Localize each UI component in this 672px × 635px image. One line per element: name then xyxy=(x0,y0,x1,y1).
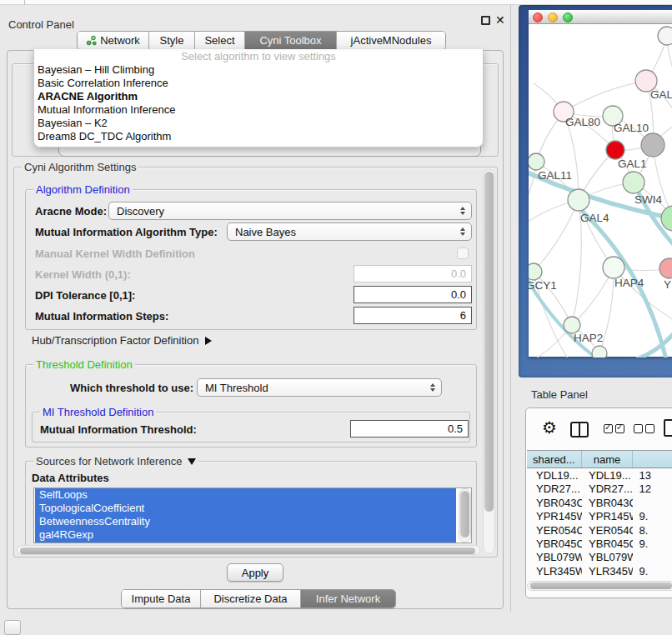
network-node-rednode[interactable] xyxy=(606,141,624,159)
bottom-tab-discretize-data[interactable]: Discretize Data xyxy=(201,590,301,608)
table-cell[interactable]: YDL19... xyxy=(527,469,582,482)
table-cell[interactable]: 9. xyxy=(633,510,672,523)
table-cell[interactable]: YDR27... xyxy=(582,482,633,496)
table-cell[interactable]: 13 xyxy=(633,469,672,482)
attr-list-scrollbar[interactable] xyxy=(459,488,471,542)
split-columns-icon[interactable] xyxy=(570,422,589,438)
network-node-gcy1[interactable] xyxy=(529,263,542,280)
table-row[interactable]: YBR045CYBR045C9. xyxy=(527,538,672,551)
network-node-gal4[interactable] xyxy=(568,189,589,211)
which-threshold-combo[interactable]: MI Threshold xyxy=(197,378,442,397)
kernel-width-field[interactable]: 0.0 xyxy=(354,265,472,282)
select-all-icon[interactable] xyxy=(604,424,624,433)
table-cell[interactable]: YBR045C xyxy=(582,538,633,551)
network-node-biggreen[interactable] xyxy=(661,206,672,231)
expand-right-icon[interactable] xyxy=(205,337,212,345)
table-cell[interactable] xyxy=(633,497,672,510)
algorithm-option[interactable]: Bayesian – K2 xyxy=(34,117,483,130)
mac-close-button[interactable] xyxy=(533,12,543,22)
data-attribute-item[interactable]: BetweennessCentrality xyxy=(35,515,456,528)
table-cell[interactable]: YBR043C xyxy=(527,497,582,510)
algorithm-option[interactable]: Basic Correlation Inference xyxy=(34,77,483,90)
algorithm-option[interactable]: Bayesian – Hill Climbing xyxy=(34,63,483,77)
table-row[interactable]: YLR345WYLR345W9. xyxy=(527,565,672,578)
column-header[interactable] xyxy=(633,451,672,468)
mi-threshold-field[interactable]: 0.5 xyxy=(350,420,469,438)
mi-type-combo[interactable]: Naive Bayes xyxy=(227,222,472,241)
data-attribute-item[interactable]: gal4RGexp xyxy=(35,528,456,542)
file-icon[interactable] xyxy=(664,419,672,437)
mac-minimize-button[interactable] xyxy=(548,12,558,22)
tab-style[interactable]: Style xyxy=(149,32,195,49)
deselect-all-icon[interactable] xyxy=(634,424,654,433)
tab-select[interactable]: Select xyxy=(195,32,245,49)
table-cell[interactable] xyxy=(633,551,672,564)
table-hscroll-thumb[interactable] xyxy=(530,582,672,589)
table-cell[interactable]: YPR145W xyxy=(527,510,582,523)
table-cell[interactable]: 9. xyxy=(633,565,672,578)
tab-cyni-toolbox[interactable]: Cyni Toolbox xyxy=(245,32,337,49)
network-node-hap4[interactable] xyxy=(603,257,624,278)
settings-vscroll-thumb[interactable] xyxy=(484,172,494,512)
table-cell[interactable]: 9. xyxy=(633,538,672,551)
table-cell[interactable]: YDL19... xyxy=(582,469,633,482)
tab-network[interactable]: Network xyxy=(78,32,149,49)
network-node-hap2[interactable] xyxy=(564,317,580,333)
network-edge[interactable] xyxy=(564,81,646,112)
data-attribute-item[interactable]: SelfLoops xyxy=(35,488,456,502)
data-attribute-item[interactable]: TopologicalCoefficient xyxy=(35,502,456,515)
network-node-bottoma[interactable] xyxy=(592,346,607,358)
bottom-tab-infer-network[interactable]: Infer Network xyxy=(301,590,395,608)
mi-steps-field[interactable]: 6 xyxy=(354,307,472,324)
float-window-icon[interactable] xyxy=(481,16,490,25)
hub-section[interactable]: Hub/Transcription Factor Definition xyxy=(32,334,212,347)
table-cell[interactable]: 8. xyxy=(633,524,672,538)
column-header[interactable]: name xyxy=(582,451,634,468)
table-row[interactable]: YPR145WYPR145W9. xyxy=(527,510,672,523)
bottom-tab-impute-data[interactable]: Impute Data xyxy=(122,590,201,608)
algorithm-option[interactable]: ARACNE Algorithm xyxy=(34,90,483,103)
aracne-mode-combo[interactable]: Discovery xyxy=(108,202,472,220)
table-row[interactable]: YBL079WYBL079W xyxy=(527,551,672,564)
table-cell[interactable]: YBL079W xyxy=(527,551,582,564)
network-edge[interactable] xyxy=(534,200,579,272)
collapse-down-icon[interactable] xyxy=(188,458,196,465)
table-cell[interactable]: YBR043C xyxy=(582,497,633,510)
network-node-lefta[interactable] xyxy=(529,153,544,170)
table-row[interactable]: YER054CYER054C8. xyxy=(527,524,672,538)
table-cell[interactable]: YER054C xyxy=(527,524,582,538)
algorithm-option[interactable]: Dream8 DC_TDC Algorithm xyxy=(34,130,483,143)
minimized-panel-icon[interactable] xyxy=(4,620,21,635)
settings-hscroll-thumb[interactable] xyxy=(20,548,475,554)
network-node-ntop[interactable] xyxy=(658,27,672,45)
attr-list-scroll-thumb[interactable] xyxy=(460,491,469,538)
table-cell[interactable]: YER054C xyxy=(582,524,633,538)
network-graph[interactable]: GALGAL80GAL10GAL1GAL11SWI4GAL4GCY1HAP4YH… xyxy=(529,24,672,358)
table-cell[interactable]: YLR345W xyxy=(527,565,582,578)
network-node-gal1[interactable] xyxy=(623,172,644,193)
network-node-graynode[interactable] xyxy=(641,133,664,157)
data-attributes-list[interactable]: SelfLoopsTopologicalCoefficientBetweenne… xyxy=(33,488,472,543)
network-node-pinkr[interactable] xyxy=(659,258,672,278)
dpi-tolerance-field[interactable]: 0.0 xyxy=(354,286,472,303)
data-attribute-item-partial[interactable] xyxy=(35,542,456,543)
table-row[interactable]: YDR27...YDR27...12 xyxy=(527,482,672,496)
settings-gear-icon[interactable]: ⚙ xyxy=(542,419,557,436)
apply-button[interactable]: Apply xyxy=(227,563,283,582)
settings-vscrollbar[interactable] xyxy=(483,169,495,554)
table-row[interactable]: YBR043CYBR043C xyxy=(527,497,672,510)
table-cell[interactable]: YPR145W xyxy=(582,510,633,523)
table-cell[interactable]: YDR27... xyxy=(527,482,582,496)
table-row[interactable]: YDL19...YDL19...13 xyxy=(527,469,672,482)
table-cell[interactable]: YBR045C xyxy=(527,538,582,551)
column-header[interactable]: shared... xyxy=(527,451,582,468)
manual-kernel-checkbox[interactable] xyxy=(457,248,469,259)
table-cell[interactable]: 12 xyxy=(633,482,672,496)
tab-jactivemnodules[interactable]: jActiveMNodules xyxy=(337,32,445,49)
table-cell[interactable]: YLR345W xyxy=(582,565,633,578)
table-cell[interactable]: YBL079W xyxy=(582,551,633,564)
settings-hscrollbar[interactable] xyxy=(17,545,480,555)
algorithm-option[interactable]: Mutual Information Inference xyxy=(34,103,483,117)
close-panel-icon[interactable]: ✕ xyxy=(495,13,505,27)
mac-zoom-button[interactable] xyxy=(563,12,573,22)
